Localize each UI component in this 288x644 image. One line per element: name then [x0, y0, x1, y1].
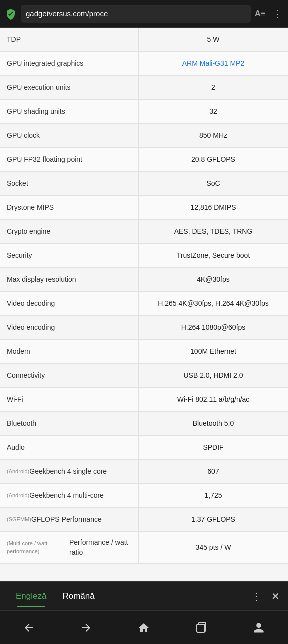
- spec-content: TDP5 WGPU integrated graphicsARM Mali-G3…: [0, 28, 288, 581]
- tab-romana[interactable]: Română: [54, 587, 102, 605]
- spec-value: 100M Ethernet: [139, 340, 288, 363]
- spec-value[interactable]: ARM Mali-G31 MP2: [139, 52, 288, 75]
- spec-label: GPU FP32 floating point: [0, 148, 139, 171]
- tab-engleza[interactable]: Engleză: [8, 587, 54, 605]
- spec-value: 4K@30fps: [139, 268, 288, 291]
- spec-label: (Android)Geekbench 4 single core: [0, 460, 139, 483]
- spec-value: SoC: [139, 172, 288, 195]
- table-row: SecurityTrustZone, Secure boot: [0, 244, 288, 268]
- table-row: (Android)Geekbench 4 multi-core1,725: [0, 484, 288, 508]
- nav-bar: [0, 610, 288, 644]
- tabs-button[interactable]: [190, 616, 214, 640]
- spec-label: GPU integrated graphics: [0, 52, 139, 75]
- spec-value: 20.8 GFLOPS: [139, 148, 288, 171]
- table-row: GPU shading units32: [0, 100, 288, 124]
- table-row: (Android)Geekbench 4 single core607: [0, 460, 288, 484]
- spec-label: GPU execution units: [0, 76, 139, 99]
- translation-bar: Engleză Română ⋮ ✕: [0, 581, 288, 610]
- svg-rect-0: [197, 624, 205, 632]
- table-row: GPU integrated graphicsARM Mali-G31 MP2: [0, 52, 288, 76]
- table-row: (SGEMM)GFLOPS Performance1.37 GFLOPS: [0, 508, 288, 532]
- spec-label: Video decoding: [0, 292, 139, 315]
- spec-value: 32: [139, 100, 288, 123]
- table-row: (Multi-core / watt performance)Performan…: [0, 532, 288, 564]
- back-button[interactable]: [17, 616, 41, 640]
- spec-value: SPDIF: [139, 436, 288, 459]
- spec-label: Drystone MIPS: [0, 196, 139, 219]
- spec-label: GPU shading units: [0, 100, 139, 123]
- forward-button[interactable]: [74, 616, 98, 640]
- shield-icon: [5, 8, 17, 20]
- spec-label: Audio: [0, 436, 139, 459]
- table-row: ConnectivityUSB 2.0, HDMI 2.0: [0, 364, 288, 388]
- spec-value: AES, DES, TDES, TRNG: [139, 220, 288, 243]
- spec-value: 12,816 DMIPS: [139, 196, 288, 219]
- spec-value: H.265 4K@30fps, H.264 4K@30fps: [139, 292, 288, 315]
- spec-value: USB 2.0, HDMI 2.0: [139, 364, 288, 387]
- table-row: Drystone MIPS12,816 DMIPS: [0, 196, 288, 220]
- reader-mode-icon[interactable]: A≡: [255, 9, 266, 18]
- spec-label: (SGEMM)GFLOPS Performance: [0, 508, 139, 531]
- spec-label: Max display resolution: [0, 268, 139, 291]
- spec-value: 1.37 GFLOPS: [139, 508, 288, 531]
- close-icon[interactable]: ✕: [272, 590, 280, 602]
- more-options-icon[interactable]: ⋮: [252, 590, 262, 602]
- table-row: Modem100M Ethernet: [0, 340, 288, 364]
- spec-label: Bluetooth: [0, 412, 139, 435]
- table-row: Crypto engineAES, DES, TDES, TRNG: [0, 220, 288, 244]
- table-row: GPU FP32 floating point20.8 GFLOPS: [0, 148, 288, 172]
- spec-value: 607: [139, 460, 288, 483]
- spec-label: Socket: [0, 172, 139, 195]
- home-button[interactable]: [132, 616, 156, 640]
- spec-value: Wi-Fi 802.11 a/b/g/n/ac: [139, 388, 288, 411]
- menu-icon[interactable]: ⋮: [272, 8, 283, 20]
- table-row: Video decodingH.265 4K@30fps, H.264 4K@3…: [0, 292, 288, 316]
- spec-table: TDP5 WGPU integrated graphicsARM Mali-G3…: [0, 28, 288, 564]
- spec-label: Crypto engine: [0, 220, 139, 243]
- spec-label: TDP: [0, 28, 139, 51]
- table-row: SocketSoC: [0, 172, 288, 196]
- table-row: Video encodingH.264 1080p@60fps: [0, 316, 288, 340]
- spec-value: H.264 1080p@60fps: [139, 316, 288, 339]
- spec-value: 850 MHz: [139, 124, 288, 147]
- table-row: AudioSPDIF: [0, 436, 288, 460]
- table-row: GPU execution units2: [0, 76, 288, 100]
- spec-label: Security: [0, 244, 139, 267]
- table-row: GPU clock850 MHz: [0, 124, 288, 148]
- table-row: Wi-FiWi-Fi 802.11 a/b/g/n/ac: [0, 388, 288, 412]
- spec-label: (Multi-core / watt performance)Performan…: [0, 532, 139, 563]
- spec-label: (Android)Geekbench 4 multi-core: [0, 484, 139, 507]
- spec-label: Connectivity: [0, 364, 139, 387]
- browser-chrome: gadgetversus.com/proce A≡ ⋮: [0, 0, 288, 28]
- table-row: TDP5 W: [0, 28, 288, 52]
- spec-value: 345 pts / W: [139, 532, 288, 563]
- url-bar[interactable]: gadgetversus.com/proce: [21, 5, 251, 23]
- spec-value: Bluetooth 5.0: [139, 412, 288, 435]
- spec-label: Wi-Fi: [0, 388, 139, 411]
- spec-value: 2: [139, 76, 288, 99]
- spec-value: 5 W: [139, 28, 288, 51]
- spec-value: TrustZone, Secure boot: [139, 244, 288, 267]
- table-row: BluetoothBluetooth 5.0: [0, 412, 288, 436]
- spec-label: Modem: [0, 340, 139, 363]
- profile-button[interactable]: [247, 616, 271, 640]
- spec-value: 1,725: [139, 484, 288, 507]
- spec-label: GPU clock: [0, 124, 139, 147]
- table-row: Max display resolution4K@30fps: [0, 268, 288, 292]
- spec-label: Video encoding: [0, 316, 139, 339]
- browser-icons: A≡ ⋮: [255, 8, 283, 20]
